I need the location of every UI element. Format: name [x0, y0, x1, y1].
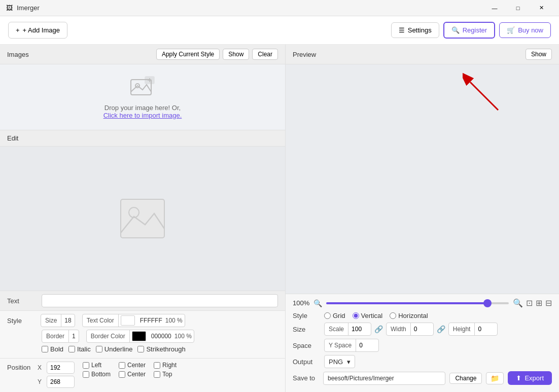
- left-panel: Images Apply Current Style Show Clear Dr…: [0, 45, 286, 392]
- width-input[interactable]: [411, 326, 433, 333]
- close-button[interactable]: ✕: [530, 0, 553, 16]
- drop-text: Drop your image here! Or,: [104, 104, 181, 112]
- top-checkbox[interactable]: Top: [154, 371, 177, 378]
- edit-placeholder-icon: [120, 198, 165, 239]
- grid-radio[interactable]: Grid: [324, 312, 345, 319]
- user-icon: 🔍: [451, 26, 460, 34]
- y-row: Y: [38, 376, 75, 388]
- width-link-icon[interactable]: 🔗: [437, 325, 445, 333]
- actual-size-icon[interactable]: ⊞: [536, 298, 542, 308]
- bottom-checkbox[interactable]: Bottom: [83, 371, 111, 378]
- main-layout: Images Apply Current Style Show Clear Dr…: [0, 45, 559, 392]
- space-label: Space: [293, 342, 319, 349]
- edit-section-header: Edit: [0, 130, 285, 147]
- settings-icon: ☰: [399, 26, 405, 34]
- zoom-row: 100% 🔍 🔍 ⊡ ⊞ ⊟: [293, 298, 552, 308]
- bold-checkbox[interactable]: Bold: [42, 345, 63, 353]
- text-color-label: Text Color: [83, 314, 119, 327]
- yspace-group: Y Space: [324, 339, 379, 352]
- border-label: Border: [42, 330, 69, 342]
- underline-checkbox[interactable]: Underline: [96, 345, 133, 353]
- edit-canvas: [0, 147, 285, 291]
- fullscreen-icon[interactable]: ⊟: [545, 298, 552, 308]
- left-checkbox[interactable]: Left: [83, 362, 111, 369]
- size-right-label: Size: [293, 326, 319, 333]
- horizontal-radio[interactable]: Horizontal: [390, 312, 428, 319]
- border-color-pct: 100 %: [174, 333, 194, 340]
- import-image-link[interactable]: Click here to import image.: [103, 112, 182, 119]
- right-checkbox[interactable]: Right: [154, 362, 177, 369]
- upload-icon: ⬆: [516, 374, 521, 382]
- scale-input[interactable]: [348, 326, 371, 333]
- drop-icon: [130, 76, 155, 100]
- border-color-hex: 000000: [148, 330, 174, 342]
- height-input[interactable]: [475, 326, 497, 333]
- border-color-swatch[interactable]: [132, 331, 146, 341]
- style-row-2: Border 1 Border Color 000000 100 %: [42, 330, 278, 343]
- scale-label: Scale: [325, 323, 348, 335]
- show-images-button[interactable]: Show: [223, 49, 249, 60]
- export-button[interactable]: ⬆ Export: [508, 371, 552, 385]
- yspace-label: Y Space: [325, 339, 356, 351]
- x-input[interactable]: [47, 362, 75, 374]
- output-label: Output: [293, 358, 319, 366]
- zoom-out-icon[interactable]: 🔍: [313, 299, 322, 307]
- zoom-percentage: 100%: [293, 299, 309, 307]
- folder-button[interactable]: 📁: [486, 372, 504, 384]
- show-preview-button[interactable]: Show: [526, 49, 552, 60]
- size-group: Size 18: [41, 314, 75, 327]
- center-v-checkbox[interactable]: Center: [119, 371, 146, 378]
- yspace-input[interactable]: [356, 342, 378, 349]
- save-path-text: beesoft/Pictures/Imerger: [328, 375, 394, 382]
- topbar-right: ☰ Settings 🔍 Register 🛒 Buy now: [391, 22, 551, 39]
- text-section-wrapper: Text: [0, 291, 285, 310]
- zoom-in-icon[interactable]: 🔍: [513, 298, 523, 308]
- minimize-button[interactable]: —: [483, 0, 506, 16]
- x-row: X: [38, 362, 75, 374]
- strikethrough-checkbox[interactable]: Strikethrough: [137, 345, 185, 353]
- text-input[interactable]: [42, 294, 278, 307]
- clear-button[interactable]: Clear: [252, 49, 278, 60]
- add-image-label: + Add Image: [23, 26, 60, 34]
- buynow-label: Buy now: [518, 26, 543, 34]
- apply-style-button[interactable]: Apply Current Style: [156, 49, 220, 60]
- save-path-display: beesoft/Pictures/Imerger: [323, 372, 445, 385]
- images-label: Images: [7, 51, 29, 58]
- fit-icon[interactable]: ⊡: [526, 298, 533, 308]
- preview-header: Preview Show: [286, 45, 559, 64]
- image-drop-area[interactable]: Drop your image here! Or, Click here to …: [0, 64, 285, 130]
- zoom-slider[interactable]: [326, 302, 509, 304]
- output-format-select[interactable]: PNG ▾: [324, 355, 355, 368]
- chevron-down-icon: ▾: [347, 358, 351, 366]
- style-label: Style: [7, 317, 38, 325]
- scale-link-icon[interactable]: 🔗: [374, 325, 383, 333]
- center-h-checkbox[interactable]: Center: [119, 362, 146, 369]
- red-arrow-icon: [463, 72, 508, 118]
- vertical-radio[interactable]: Vertical: [353, 312, 383, 319]
- output-row: Output PNG ▾: [293, 355, 552, 368]
- titlebar-controls: — □ ✕: [483, 0, 553, 16]
- add-image-button[interactable]: + + Add Image: [8, 22, 67, 39]
- output-format-value: PNG: [329, 358, 343, 366]
- y-input[interactable]: [47, 376, 75, 388]
- edit-label: Edit: [7, 134, 18, 142]
- settings-button[interactable]: ☰ Settings: [391, 22, 439, 38]
- style-row-1: Style Size 18 Text Color FFFFFF 100 %: [7, 314, 278, 327]
- register-button[interactable]: 🔍 Register: [443, 22, 495, 39]
- save-label: Save to: [293, 374, 319, 382]
- change-button[interactable]: Change: [449, 373, 482, 384]
- text-color-swatch[interactable]: [121, 315, 135, 326]
- size-inputs: Scale 🔗 Width 🔗 Height: [324, 323, 498, 336]
- space-row: Space Y Space: [293, 339, 552, 352]
- italic-checkbox[interactable]: Italic: [68, 345, 91, 353]
- buynow-button[interactable]: 🛒 Buy now: [499, 22, 551, 38]
- scale-group: Scale: [324, 323, 371, 336]
- width-group: Width: [386, 323, 434, 336]
- register-label: Register: [463, 26, 487, 34]
- images-section-header: Images Apply Current Style Show Clear: [0, 45, 285, 64]
- preview-label: Preview: [293, 51, 316, 58]
- text-color-pct: 100 %: [165, 317, 185, 324]
- zoom-icons-right: 🔍 ⊡ ⊞ ⊟: [513, 298, 552, 308]
- maximize-button[interactable]: □: [506, 0, 530, 16]
- save-row: Save to beesoft/Pictures/Imerger Change …: [293, 371, 552, 385]
